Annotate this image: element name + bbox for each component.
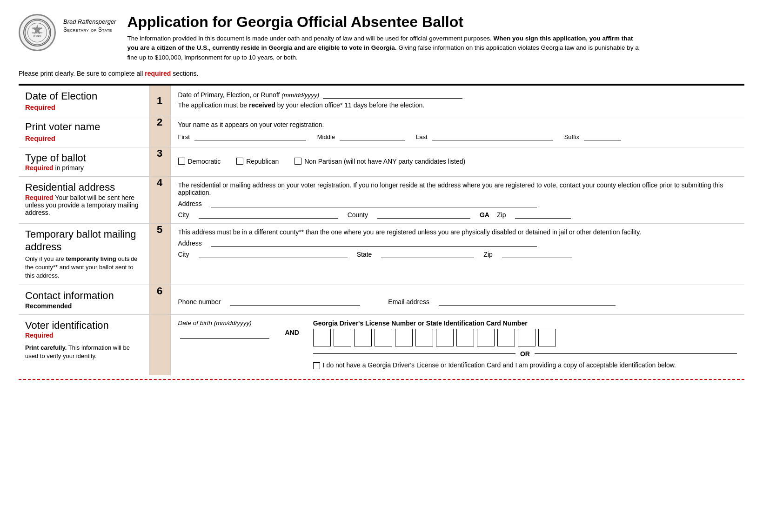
row5-content: This address must be in a different coun… [170, 224, 744, 285]
ballot-type-options: Democratic Republican Non Partisan (will… [178, 158, 737, 166]
intro-pre: The information provided in this documen… [127, 35, 491, 42]
row6-number: 6 [149, 285, 170, 314]
row7-sub: Print carefully. This information will b… [25, 344, 142, 360]
id-box-4[interactable] [375, 329, 392, 346]
first-name-group: First [178, 132, 308, 140]
row1-required: Required [25, 103, 142, 111]
dl-section: Georgia Driver's License Number or State… [313, 319, 737, 371]
suffix-label: Suffix [564, 133, 579, 140]
republican-checkbox[interactable] [236, 158, 243, 165]
residential-zip-field[interactable] [515, 210, 571, 219]
dob-field[interactable] [180, 330, 269, 339]
no-dl-checkbox[interactable] [313, 362, 320, 369]
row7-label: Voter identification Required Print care… [19, 314, 149, 375]
table-row: Contact information Recommended 6 Phone … [19, 285, 744, 314]
state-ga: GA [480, 211, 489, 219]
row2-content: Your name as it appears on your voter re… [170, 116, 744, 147]
no-dl-option[interactable]: I do not have a Georgia Driver's License… [313, 361, 676, 369]
phone-label: Phone number [178, 298, 221, 306]
row1-line1: Date of Primary, Election, or Runoff (mm… [178, 90, 737, 99]
or-line-left [313, 353, 515, 354]
secretary-info: Brad Raffensperger Secretary of State [63, 14, 116, 34]
id-box-1[interactable] [313, 329, 331, 346]
nonpartisan-checkbox[interactable] [294, 158, 301, 165]
row5-description: This address must be in a different coun… [178, 228, 737, 236]
id-box-6[interactable] [415, 329, 433, 346]
middle-name-field[interactable] [340, 132, 405, 140]
suffix-field[interactable] [584, 132, 621, 140]
row4-required: Required [25, 194, 54, 201]
row6-recommended: Recommended [25, 302, 72, 310]
democratic-option[interactable]: Democratic [178, 158, 221, 165]
id-box-2[interactable] [334, 329, 351, 346]
row2-title: Print voter name [25, 121, 142, 133]
temp-zip-field[interactable] [502, 250, 572, 258]
date-field[interactable] [323, 90, 462, 99]
temp-city-label: City [178, 251, 189, 258]
row5-title: Temporary ballot mailing address [25, 228, 142, 253]
dashed-bottom-border [19, 379, 744, 380]
main-title: Application for Georgia Official Absente… [127, 14, 744, 30]
and-label: AND [285, 329, 299, 336]
temp-address-label: Address [178, 239, 202, 247]
secretary-name: Brad Raffensperger [63, 18, 116, 26]
residential-city-field[interactable] [199, 210, 338, 219]
temp-state-field[interactable] [381, 250, 474, 258]
table-row: Type of ballot Required in primary 3 Dem… [19, 147, 744, 176]
id-box-11[interactable] [518, 329, 535, 346]
temp-zip-label: Zip [483, 251, 492, 258]
intro-text: The information provided in this documen… [127, 34, 639, 62]
republican-label: Republican [246, 158, 279, 165]
residential-county-field[interactable] [377, 210, 470, 219]
email-field[interactable] [439, 297, 616, 306]
middle-name-group: Middle [317, 132, 407, 140]
svg-text:SECRETARY: SECRETARY [32, 32, 43, 34]
or-line-right [535, 353, 737, 354]
row3-content: Democratic Republican Non Partisan (will… [170, 147, 744, 176]
required-word: required [145, 70, 171, 77]
id-box-10[interactable] [497, 329, 515, 346]
notice-post: sections. [173, 70, 198, 77]
row1-line2: The application must be received by your… [178, 101, 737, 109]
residential-address-field[interactable] [211, 199, 537, 207]
id-box-7[interactable] [436, 329, 454, 346]
temp-state-label: State [357, 251, 372, 258]
row3-title: Type of ballot [25, 152, 142, 164]
row4-address-line: Address [178, 199, 737, 207]
row3-label: Type of ballot Required in primary [19, 147, 149, 176]
contact-row: Phone number Email address [178, 297, 737, 306]
republican-option[interactable]: Republican [236, 158, 279, 165]
name-fields: First Middle Last Suffix [178, 132, 737, 140]
temp-city-field[interactable] [199, 250, 348, 258]
table-row: Print voter name Required 2 Your name as… [19, 116, 744, 147]
phone-field[interactable] [230, 297, 360, 306]
or-divider: OR [313, 350, 737, 358]
id-box-8[interactable] [456, 329, 474, 346]
row2-label: Print voter name Required [19, 116, 149, 147]
svg-text:OF STATE: OF STATE [33, 35, 41, 37]
temp-address-field[interactable] [211, 239, 537, 247]
id-box-9[interactable] [477, 329, 495, 346]
title-block: Application for Georgia Official Absente… [127, 14, 744, 62]
nonpartisan-option[interactable]: Non Partisan (will not have ANY party ca… [294, 158, 465, 165]
id-box-3[interactable] [354, 329, 372, 346]
secretary-title: Secretary of State [63, 26, 116, 34]
id-boxes [313, 329, 737, 346]
row4-description: The residential or mailing address on yo… [178, 181, 737, 196]
row1-number: 1 [149, 85, 170, 116]
last-name-group: Last [416, 132, 555, 140]
last-name-field[interactable] [432, 132, 553, 140]
email-label: Email address [388, 298, 429, 306]
row2-required: Required [25, 134, 142, 142]
notice-pre: Please print clearly. Be sure to complet… [19, 70, 143, 77]
row7-required: Required [25, 332, 54, 339]
row6-title: Contact information [25, 290, 142, 302]
id-box-12[interactable] [538, 329, 556, 346]
id-box-5[interactable] [395, 329, 413, 346]
and-separator: AND [285, 319, 299, 336]
row3-number: 3 [149, 147, 170, 176]
suffix-group: Suffix [564, 132, 623, 140]
democratic-checkbox[interactable] [178, 158, 185, 165]
row5-city-line: City State Zip [178, 250, 737, 258]
first-name-field[interactable] [194, 132, 306, 140]
